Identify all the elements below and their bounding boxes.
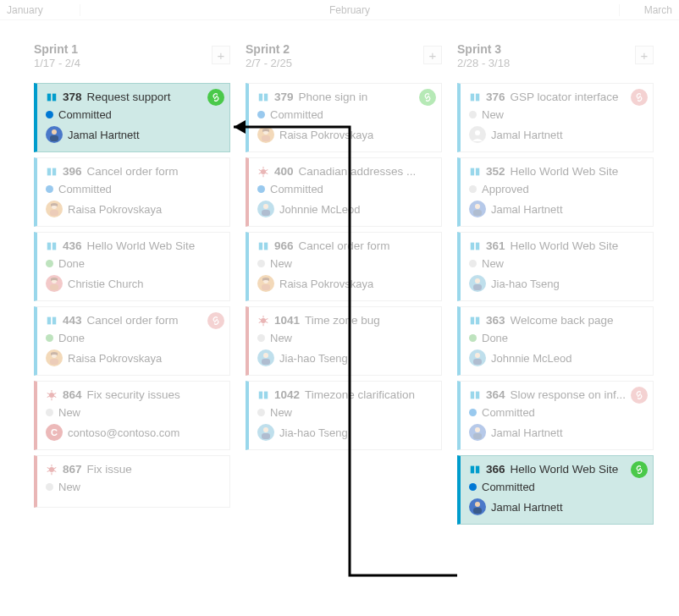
assignee-row: Jia-hao Tseng: [257, 424, 433, 441]
work-item-id: 364: [486, 388, 505, 401]
svg-rect-80: [471, 242, 474, 250]
work-item-card[interactable]: 864Fix security issuesNewCcontoso@contos…: [34, 381, 230, 450]
work-item-card[interactable]: 379Phone sign inCommittedRaisa Pokrovska…: [246, 83, 442, 152]
svg-rect-94: [473, 433, 482, 439]
svg-rect-65: [262, 359, 270, 365]
work-item-id: 366: [486, 463, 505, 476]
work-item-card[interactable]: 366Hello World Web SiteCommittedJamal Ha…: [457, 455, 654, 525]
state-label: Committed: [270, 108, 323, 121]
link-badge-icon[interactable]: [631, 387, 648, 404]
add-item-button[interactable]: +: [635, 46, 654, 64]
work-item-id: 400: [274, 165, 294, 178]
backlog-item-icon: [469, 166, 481, 178]
work-item-card[interactable]: 436Hello World Web SiteDoneChristie Chur…: [34, 232, 230, 301]
svg-rect-52: [264, 242, 268, 250]
work-item-card[interactable]: 364Slow response on inf...CommittedJamal…: [457, 381, 654, 450]
state-dot-icon: [257, 185, 265, 193]
assignee-name: Raisa Pokrovskaya: [279, 129, 373, 141]
work-item-card[interactable]: 378Request supportCommittedJamal Hartnet…: [34, 83, 230, 152]
link-badge-icon[interactable]: [207, 312, 224, 329]
state-dot-icon: [46, 111, 53, 118]
svg-rect-75: [471, 168, 474, 175]
card-title-row: 352Hello World Web Site: [469, 165, 644, 178]
backlog-item-icon: [257, 240, 269, 252]
work-item-card[interactable]: 363Welcome back pageDoneJohnnie McLeod: [457, 306, 654, 376]
svg-line-33: [54, 467, 57, 469]
work-item-card[interactable]: 1041Time zone bugNewJia-hao Tseng: [246, 306, 442, 376]
card-title-row: 436Hello World Web Site: [46, 239, 221, 252]
work-item-card[interactable]: 443Cancel order formDoneRaisa Pokrovskay…: [34, 306, 230, 376]
link-badge-icon[interactable]: [631, 461, 648, 478]
state-label: Committed: [270, 183, 323, 195]
svg-line-35: [54, 470, 57, 471]
svg-line-24: [54, 393, 57, 394]
state-label: Done: [482, 332, 508, 344]
avatar: [46, 201, 63, 217]
assignee-name: Johnnie McLeod: [491, 352, 571, 365]
work-item-card[interactable]: 400Canadian addresses ...CommittedJohnni…: [246, 157, 442, 227]
work-item-title: Fix issue: [87, 463, 221, 476]
card-title-row: 1042Timezone clarification: [257, 388, 433, 401]
work-item-id: 378: [63, 91, 82, 103]
state-label: Committed: [58, 108, 112, 121]
svg-rect-81: [476, 242, 479, 250]
assignee-row: Ccontoso@contoso.com: [46, 424, 221, 441]
avatar: [257, 275, 274, 292]
card-title-row: 400Canadian addresses ...: [257, 165, 433, 178]
svg-line-23: [47, 393, 50, 394]
work-item-card[interactable]: 352Hello World Web SiteApprovedJamal Har…: [457, 157, 654, 227]
link-badge-icon[interactable]: [631, 89, 648, 106]
state-label: New: [58, 406, 80, 419]
work-item-id: 966: [274, 239, 294, 252]
link-badge-icon[interactable]: [419, 89, 436, 106]
assignee-row: Johnnie McLeod: [469, 349, 644, 366]
svg-rect-51: [259, 242, 262, 250]
sprint-name: Sprint 3: [457, 42, 628, 56]
svg-rect-90: [471, 391, 474, 399]
assignee-name: Raisa Pokrovskaya: [68, 352, 162, 365]
avatar: [257, 424, 274, 441]
work-item-title: Slow response on inf...: [511, 388, 644, 401]
work-item-title: Time zone bug: [305, 314, 433, 327]
svg-rect-79: [473, 210, 482, 216]
assignee-row: Raisa Pokrovskaya: [46, 201, 221, 217]
state-dot-icon: [46, 409, 53, 416]
state-dot-icon: [469, 185, 477, 193]
assignee-name: Raisa Pokrovskaya: [279, 278, 373, 290]
assignee-row: Jamal Hartnett: [469, 201, 644, 217]
assignee-name: Jia-hao Tseng: [279, 426, 348, 439]
work-item-card[interactable]: 1042Timezone clarificationNewJia-hao Tse…: [246, 381, 442, 450]
assignee-name: Christie Church: [68, 278, 144, 290]
state-row: New: [469, 108, 644, 121]
svg-point-56: [261, 317, 266, 322]
svg-point-78: [475, 204, 480, 209]
svg-rect-0: [47, 93, 51, 101]
assignee-row: Jamal Hartnett: [469, 424, 644, 441]
sprint-dates: 2/28 - 3/18: [457, 57, 628, 69]
svg-point-29: [49, 466, 54, 471]
backlog-item-icon: [46, 315, 58, 327]
link-badge-icon[interactable]: [207, 89, 224, 106]
bug-icon: [257, 315, 269, 327]
work-item-card[interactable]: 867Fix issueNew: [34, 455, 230, 508]
work-item-card[interactable]: 396Cancel order formCommittedRaisa Pokro…: [34, 157, 230, 227]
svg-line-45: [266, 169, 268, 171]
card-title-row: 864Fix security issues: [46, 388, 221, 401]
state-row: Committed: [469, 406, 644, 419]
work-item-card[interactable]: 966Cancel order formNewRaisa Pokrovskaya: [246, 232, 442, 301]
avatar: [257, 349, 274, 366]
work-item-card[interactable]: 376GSP locator interfaceNewJamal Hartnet…: [457, 83, 654, 152]
month-february: February: [80, 4, 620, 16]
assignee-name: Johnnie McLeod: [279, 203, 360, 216]
month-march: March: [620, 4, 679, 16]
avatar: [469, 498, 486, 515]
svg-rect-99: [473, 508, 482, 514]
card-title-row: 376GSP locator interface: [469, 91, 644, 103]
work-item-card[interactable]: 361Hello World Web SiteNewJia-hao Tseng: [457, 232, 654, 301]
svg-line-60: [266, 318, 268, 320]
add-item-button[interactable]: +: [212, 46, 230, 64]
assignee-row: Jamal Hartnett: [469, 498, 644, 515]
sprint-dates: 1/17 - 2/4: [34, 57, 205, 69]
add-item-button[interactable]: +: [423, 46, 442, 64]
state-label: New: [270, 332, 292, 344]
